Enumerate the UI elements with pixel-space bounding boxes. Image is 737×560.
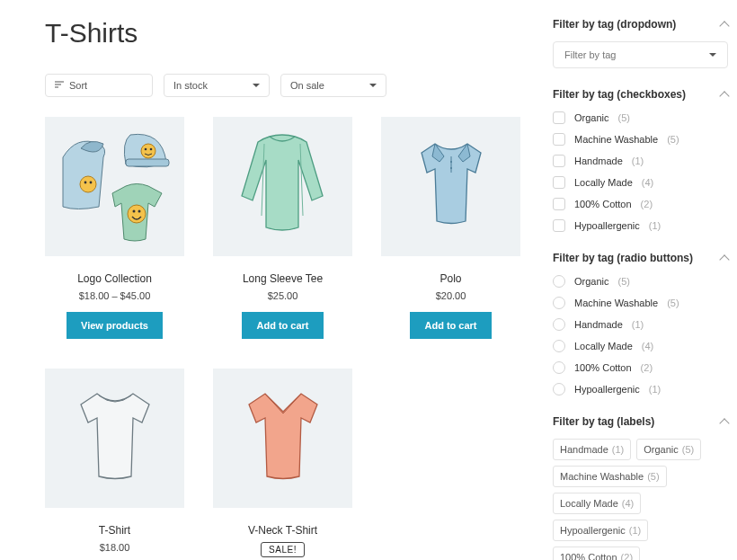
option-count: (1) [649,384,661,395]
product-title: V-Neck T-Shirt [213,524,352,537]
product-image [213,369,352,508]
product-price: $20.00 [381,290,520,301]
toolbar: Sort In stock On sale [45,74,535,97]
option-label: Machine Washable [574,298,658,308]
option-count: (5) [618,112,630,123]
tag-label-count: (1) [629,525,641,536]
radio-option[interactable]: Machine Washable(5) [553,297,728,309]
svg-rect-3 [126,159,169,166]
sale-select[interactable]: On sale [280,74,386,97]
chevron-up-icon [719,254,729,264]
product-price: $18.00 [45,542,184,553]
tag-label[interactable]: Organic(5) [636,439,701,460]
widget-title: Filter by tag (dropdown) [553,18,676,31]
radio-icon [553,297,565,309]
widget-header[interactable]: Filter by tag (radio buttons) [553,252,728,264]
product-card[interactable]: Long Sleeve Tee $25.00 Add to cart [213,117,352,339]
widget-header[interactable]: Filter by tag (dropdown) [553,18,728,31]
option-label: Handmade [574,319,623,330]
radio-option[interactable]: Locally Made(4) [553,340,728,352]
tag-dropdown[interactable]: Filter by tag [553,41,728,68]
product-image [213,117,352,256]
product-card[interactable]: Polo $20.00 Add to cart [381,117,520,339]
product-image [381,117,520,256]
tag-label-count: (5) [647,471,659,482]
widget-header[interactable]: Filter by tag (labels) [553,415,728,428]
product-card[interactable]: T-Shirt $18.00 [45,369,184,560]
sidebar: Filter by tag (dropdown) Filter by tag F… [535,18,737,560]
option-count: (4) [642,341,653,351]
option-count: (1) [649,220,661,231]
svg-point-10 [450,161,452,163]
stock-select[interactable]: In stock [164,74,270,97]
product-image [45,117,184,256]
svg-point-2 [90,182,93,184]
sale-badge: SALE! [261,542,305,557]
dropdown-placeholder: Filter by tag [564,49,616,60]
option-label: Machine Washable [574,134,658,145]
tag-label-text: Hypoallergenic [560,525,626,536]
radio-icon [553,340,565,352]
radio-icon [553,383,565,396]
checkbox-option[interactable]: Locally Made(4) [553,176,728,189]
option-count: (2) [641,199,653,209]
checkbox-icon [553,111,565,124]
option-count: (2) [641,362,653,373]
sort-icon [55,81,64,90]
product-grid: Logo Collection $18.00 – $45.00 View pro… [45,117,535,560]
tag-label-count: (2) [621,552,633,560]
tag-label[interactable]: Handmade(1) [553,439,631,460]
option-label: Hypoallergenic [574,384,640,395]
option-label: 100% Cotton [574,362,632,373]
svg-point-1 [84,182,87,184]
chevron-down-icon [709,53,716,57]
tag-label[interactable]: Machine Washable(5) [553,466,667,487]
radio-option[interactable]: Organic(5) [553,275,728,288]
svg-point-8 [133,210,136,213]
option-count: (5) [667,134,679,145]
radio-option[interactable]: Hypoallergenic(1) [553,383,728,396]
product-title: T-Shirt [45,524,184,537]
tag-label[interactable]: 100% Cotton(2) [553,547,640,560]
tag-label[interactable]: Locally Made(4) [553,493,641,514]
product-price: $25.00 [213,290,352,301]
filter-tag-dropdown-widget: Filter by tag (dropdown) Filter by tag [553,18,728,68]
svg-point-4 [141,144,155,158]
option-count: (1) [632,156,644,166]
tag-label-count: (5) [682,444,694,455]
option-count: (4) [642,177,653,188]
option-count: (5) [667,298,679,308]
add-to-cart-button[interactable]: Add to cart [410,312,491,339]
product-image [45,369,184,508]
product-title: Logo Collection [45,272,184,285]
widget-header[interactable]: Filter by tag (checkboxes) [553,88,728,101]
radio-option[interactable]: Handmade(1) [553,318,728,331]
filter-tag-labels-widget: Filter by tag (labels) Handmade(1)Organi… [553,415,728,560]
checkbox-option[interactable]: 100% Cotton(2) [553,198,728,210]
sort-button[interactable]: Sort [45,74,153,97]
checkbox-option[interactable]: Organic(5) [553,111,728,124]
svg-point-9 [138,210,141,213]
filter-tag-checkboxes-widget: Filter by tag (checkboxes) Organic(5)Mac… [553,88,728,232]
checkbox-option[interactable]: Hypoallergenic(1) [553,219,728,232]
option-label: Locally Made [574,177,633,188]
tag-label-text: Machine Washable [560,471,644,482]
chevron-down-icon [369,84,377,87]
view-products-button[interactable]: View products [67,312,163,339]
filter-tag-radio-widget: Filter by tag (radio buttons) Organic(5)… [553,252,728,396]
tag-label-text: 100% Cotton [560,552,617,560]
option-label: 100% Cotton [574,199,632,209]
checkbox-option[interactable]: Handmade(1) [553,155,728,167]
checkbox-icon [553,198,565,210]
tag-label[interactable]: Hypoallergenic(1) [553,520,648,541]
radio-option[interactable]: 100% Cotton(2) [553,361,728,374]
product-card[interactable]: Logo Collection $18.00 – $45.00 View pro… [45,117,184,339]
checkbox-option[interactable]: Machine Washable(5) [553,133,728,146]
sort-label: Sort [69,80,87,91]
option-label: Organic [574,276,609,287]
product-card[interactable]: V-Neck T-Shirt SALE! [213,369,352,560]
option-count: (1) [632,319,644,330]
chevron-up-icon [719,21,729,31]
add-to-cart-button[interactable]: Add to cart [242,312,323,339]
page-title: T-Shirts [45,18,535,49]
